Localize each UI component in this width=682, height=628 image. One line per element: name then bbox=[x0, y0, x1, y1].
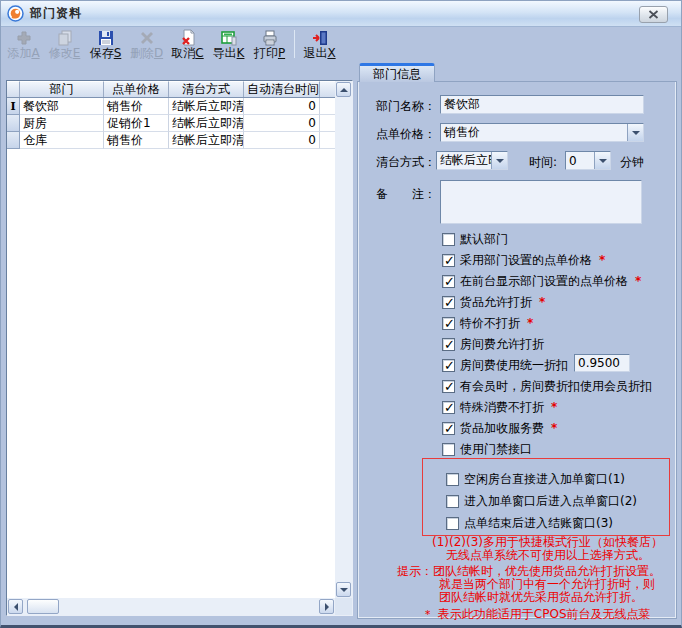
checkbox-box[interactable] bbox=[442, 338, 455, 351]
checkbox-special-price-no-discount[interactable]: 特价不打折 * bbox=[442, 316, 533, 330]
chevron-down-icon bbox=[496, 159, 504, 167]
cell-price[interactable]: 促销价1 bbox=[104, 115, 169, 132]
checkbox-box[interactable] bbox=[446, 495, 459, 508]
checkbox-box[interactable] bbox=[442, 443, 455, 456]
dropdown-button[interactable] bbox=[627, 124, 643, 141]
table-row[interactable]: 仓库 销售价 结帐后立即清 0 bbox=[7, 132, 335, 149]
dropdown-button[interactable] bbox=[594, 152, 610, 169]
arrow-down-icon bbox=[340, 588, 348, 596]
cancel-page-icon bbox=[179, 29, 197, 47]
toolbar: 添加A 修改E 保存S 删除D bbox=[1, 27, 681, 61]
checkbox-box[interactable] bbox=[446, 517, 459, 530]
checkbox-use-dept-price[interactable]: 采用部门设置的点单价格 * bbox=[442, 253, 605, 267]
scroll-up-button[interactable] bbox=[336, 82, 351, 97]
table-row[interactable]: 厨房 促销价1 结帐后立即清 0 bbox=[7, 115, 335, 132]
cell-time[interactable]: 0 bbox=[244, 115, 320, 132]
delete-button[interactable]: 删除D bbox=[126, 28, 167, 61]
price-label: 点单价格： bbox=[376, 126, 436, 143]
cell-dept[interactable]: 厨房 bbox=[20, 115, 104, 132]
checkbox-default-department[interactable]: 默认部门 bbox=[442, 232, 515, 246]
checkbox-label: 默认部门 bbox=[460, 231, 508, 248]
cell-clear[interactable]: 结帐后立即清 bbox=[169, 98, 244, 115]
checkbox-box[interactable] bbox=[442, 317, 455, 330]
checkbox-box[interactable] bbox=[442, 296, 455, 309]
required-star: * bbox=[551, 421, 557, 435]
checkbox-room-fee-unified-discount[interactable]: 房间费使用统一折扣 bbox=[442, 358, 568, 372]
order-price-select[interactable]: 销售价 bbox=[440, 123, 644, 142]
checkbox-box[interactable] bbox=[442, 275, 455, 288]
memo-label: 备 注： bbox=[376, 186, 436, 203]
print-button[interactable]: 打印P bbox=[249, 28, 290, 61]
checkbox-label: 货品加收服务费 bbox=[460, 420, 544, 437]
horizontal-scrollbar[interactable] bbox=[7, 598, 335, 615]
note-line: 团队结帐时就优先采用货品允许打折。 bbox=[358, 591, 676, 604]
clear-mode-value: 结帐后立即清 bbox=[437, 152, 491, 169]
title-bar[interactable]: 部门资料 bbox=[1, 1, 681, 27]
checkbox-add-window-to-order-window[interactable]: 进入加单窗口后进入点单窗口(2) bbox=[446, 494, 637, 508]
checkbox-order-end-to-checkout-window[interactable]: 点单结束后进入结账窗口(3) bbox=[446, 516, 613, 530]
checkbox-goods-discount-allowed[interactable]: 货品允许打折 * bbox=[442, 295, 545, 309]
header-auto-clear-time[interactable]: 自动清台时间 bbox=[244, 81, 320, 97]
scroll-left-button[interactable] bbox=[8, 599, 23, 614]
checkbox-box[interactable] bbox=[442, 422, 455, 435]
copy-edit-icon bbox=[56, 29, 74, 47]
department-table: 部门 点单价格 清台方式 自动清台时间 I 餐饮部 销售价 结帐后立即清 0 厨… bbox=[7, 81, 335, 598]
checkbox-door-access-interface[interactable]: 使用门禁接口 bbox=[442, 442, 532, 456]
checkbox-box[interactable] bbox=[442, 401, 455, 414]
cell-filler bbox=[320, 132, 335, 149]
checkbox-label: 房间费允许打折 bbox=[460, 336, 544, 353]
checkbox-member-room-discount[interactable]: 有会员时，房间费折扣使用会员折扣 bbox=[442, 379, 652, 393]
cell-filler bbox=[320, 115, 335, 132]
scrollbar-corner bbox=[335, 598, 352, 615]
checkbox-idle-table-to-add-window[interactable]: 空闲房台直接进入加单窗口(1) bbox=[446, 472, 625, 486]
department-info-window: 部门资料 添加A 修改E 保存S bbox=[0, 0, 682, 628]
close-button[interactable] bbox=[639, 6, 668, 23]
cell-price[interactable]: 销售价 bbox=[104, 98, 169, 115]
memo-textarea[interactable] bbox=[440, 180, 642, 224]
checkbox-show-dept-price-front[interactable]: 在前台显示部门设置的点单价格 * bbox=[442, 274, 641, 288]
clear-mode-select[interactable]: 结帐后立即清 bbox=[436, 151, 508, 170]
table-row[interactable]: I 餐饮部 销售价 结帐后立即清 0 bbox=[7, 98, 335, 115]
checkbox-box[interactable] bbox=[442, 233, 455, 246]
department-name-input[interactable] bbox=[440, 95, 644, 114]
tab-label: 部门信息 bbox=[373, 66, 421, 83]
horizontal-scroll-thumb[interactable] bbox=[27, 599, 59, 614]
cell-time[interactable]: 0 bbox=[244, 98, 320, 115]
cell-price[interactable]: 销售价 bbox=[104, 132, 169, 149]
header-clear-mode[interactable]: 清台方式 bbox=[169, 81, 244, 97]
time-label: 时间: bbox=[529, 154, 557, 171]
exit-button[interactable]: 退出X bbox=[299, 28, 340, 61]
checkbox-box[interactable] bbox=[442, 380, 455, 393]
export-grid-icon bbox=[220, 29, 238, 47]
vertical-scrollbar[interactable] bbox=[335, 81, 352, 598]
time-select[interactable]: 0 bbox=[565, 151, 611, 170]
checkbox-room-fee-discount-allowed[interactable]: 房间费允许打折 bbox=[442, 337, 544, 351]
save-button[interactable]: 保存S bbox=[85, 28, 126, 61]
header-price[interactable]: 点单价格 bbox=[104, 81, 169, 97]
unified-discount-input[interactable] bbox=[574, 354, 630, 372]
tab-department-info[interactable]: 部门信息 bbox=[359, 63, 435, 82]
checkbox-special-consume-no-discount[interactable]: 特殊消费不打折 * bbox=[442, 400, 557, 414]
checkbox-box[interactable] bbox=[446, 473, 459, 486]
delete-x-icon bbox=[138, 29, 156, 47]
dropdown-button[interactable] bbox=[491, 152, 507, 169]
cell-clear[interactable]: 结帐后立即清 bbox=[169, 132, 244, 149]
checkbox-goods-service-charge[interactable]: 货品加收服务费 * bbox=[442, 421, 557, 435]
checkbox-label: 空闲房台直接进入加单窗口(1) bbox=[464, 471, 625, 488]
modify-button[interactable]: 修改E bbox=[44, 28, 85, 61]
checkbox-box[interactable] bbox=[442, 254, 455, 267]
add-button[interactable]: 添加A bbox=[3, 28, 44, 61]
cell-dept[interactable]: 仓库 bbox=[20, 132, 104, 149]
cell-dept[interactable]: 餐饮部 bbox=[20, 98, 104, 115]
checkbox-box[interactable] bbox=[442, 359, 455, 372]
cancel-button[interactable]: 取消C bbox=[167, 28, 208, 61]
scroll-right-button[interactable] bbox=[319, 599, 334, 614]
cell-clear[interactable]: 结帐后立即清 bbox=[169, 115, 244, 132]
export-button[interactable]: 导出K bbox=[208, 28, 249, 61]
header-dept[interactable]: 部门 bbox=[20, 81, 104, 97]
scroll-down-button[interactable] bbox=[336, 582, 351, 597]
exit-door-icon bbox=[311, 29, 329, 47]
checkbox-label: 房间费使用统一折扣 bbox=[460, 357, 568, 374]
cell-time[interactable]: 0 bbox=[244, 132, 320, 149]
app-logo-icon bbox=[7, 5, 24, 22]
